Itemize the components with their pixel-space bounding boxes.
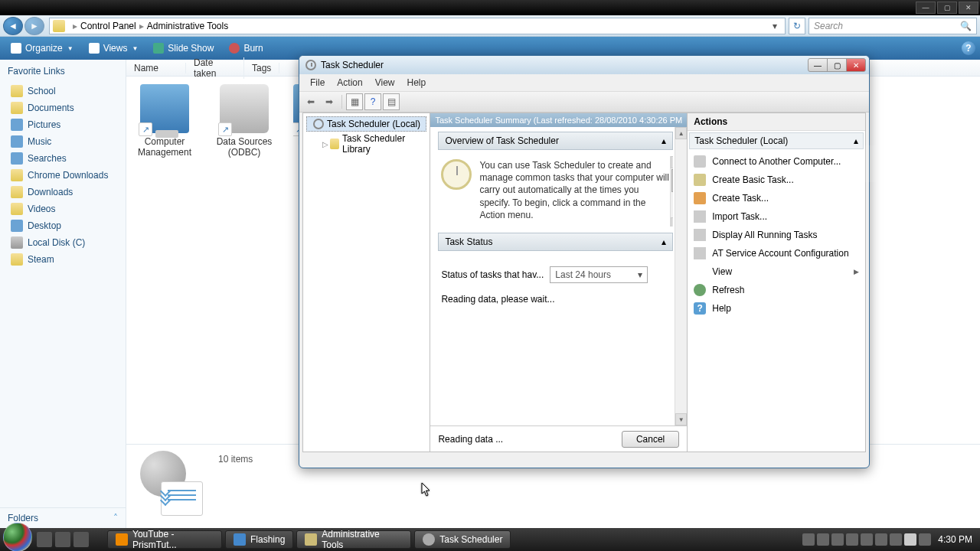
burn-button[interactable]: Burn — [223, 41, 269, 56]
breadcrumb[interactable]: ▸ Control Panel ▸ Administrative Tools ▾ — [49, 18, 786, 34]
outer-scrollbar[interactable]: ▲ ▼ — [675, 127, 687, 425]
action-create-task[interactable]: Create Task... — [689, 189, 864, 207]
expand-icon[interactable]: ▷ — [322, 140, 330, 148]
folder-icon — [11, 85, 23, 97]
col-tags[interactable]: Tags — [244, 63, 279, 73]
scroll-down-icon[interactable]: ▼ — [675, 413, 687, 425]
ts-minimize-button[interactable]: — — [808, 58, 828, 72]
scrollbar-thumb[interactable] — [671, 169, 673, 192]
overview-header[interactable]: Overview of Task Scheduler ▴ — [438, 132, 673, 150]
quicklaunch-showdesktop[interactable] — [37, 532, 52, 547]
action-import[interactable]: Import Task... — [689, 207, 864, 226]
collapse-icon[interactable]: ▴ — [662, 135, 666, 146]
fav-school[interactable]: School — [0, 83, 126, 99]
timerange-combo[interactable]: Last 24 hours ▾ — [550, 266, 648, 283]
fav-chrome-downloads[interactable]: Chrome Downloads — [0, 167, 126, 184]
ts-back-button[interactable]: ⬅ — [302, 93, 319, 110]
ts-properties-button[interactable]: ? — [364, 93, 381, 110]
fav-pictures[interactable]: Pictures — [0, 116, 126, 133]
menu-action[interactable]: Action — [331, 76, 368, 90]
close-button[interactable]: ✕ — [959, 2, 978, 14]
slideshow-button[interactable]: Slide Show — [147, 41, 220, 56]
network-icon[interactable] — [919, 533, 931, 546]
ts-titlebar[interactable]: Task Scheduler — ▢ ✕ — [299, 56, 869, 74]
col-name[interactable]: Name — [126, 63, 186, 73]
start-button[interactable] — [3, 523, 32, 551]
scroll-down-icon[interactable]: ▼ — [671, 217, 673, 227]
cancel-button[interactable]: Cancel — [622, 431, 679, 448]
folder-icon — [11, 169, 23, 181]
action-connect[interactable]: Connect to Another Computer... — [689, 152, 864, 171]
overview-text: You can use Task Scheduler to create and… — [479, 159, 670, 223]
volume-icon[interactable] — [904, 533, 916, 546]
tray-icon[interactable] — [890, 533, 902, 546]
search-input[interactable]: Search 🔍 — [808, 18, 977, 34]
quicklaunch-app[interactable] — [74, 532, 89, 547]
help-icon[interactable]: ? — [962, 41, 975, 55]
action-create-basic[interactable]: Create Basic Task... — [689, 171, 864, 189]
tray-icon[interactable] — [875, 533, 887, 546]
action-display-running[interactable]: Display All Running Tasks — [689, 226, 864, 244]
views-button[interactable]: Views ▼ — [83, 41, 145, 56]
tray-icon[interactable] — [831, 533, 844, 546]
ts-maximize-button[interactable]: ▢ — [827, 58, 847, 72]
col-date[interactable]: Date taken — [186, 57, 244, 79]
menu-help[interactable]: Help — [401, 76, 433, 90]
ts-forward-button[interactable]: ➡ — [321, 93, 338, 110]
menu-view[interactable]: View — [369, 76, 401, 90]
back-button[interactable]: ◄ — [3, 17, 23, 35]
forward-button[interactable]: ► — [24, 17, 44, 35]
music-icon — [11, 135, 23, 148]
ts-pane-button[interactable]: ▤ — [383, 93, 400, 110]
taskbar-flashing[interactable]: Flashing — [225, 530, 293, 549]
ts-body: Task Scheduler (Local) ▷ Task Scheduler … — [302, 112, 866, 452]
maximize-button[interactable]: ▢ — [937, 2, 957, 14]
actions-subtitle[interactable]: Task Scheduler (Local) ▴ — [689, 132, 864, 149]
fav-steam[interactable]: Steam — [0, 251, 126, 268]
fav-documents[interactable]: Documents — [0, 99, 126, 116]
taskbar-clock[interactable]: 4:30 PM — [938, 534, 972, 545]
ts-center: Task Scheduler Summary (Last refreshed: … — [430, 113, 688, 452]
tray-icon[interactable] — [817, 533, 829, 546]
status-header[interactable]: Task Status ▴ — [438, 233, 673, 251]
ts-close-button[interactable]: ✕ — [846, 58, 866, 72]
folder-icon — [305, 533, 317, 546]
tray-icon[interactable] — [861, 533, 873, 546]
fav-music[interactable]: Music — [0, 133, 126, 150]
organize-button[interactable]: Organize ▼ — [5, 41, 80, 56]
config-icon — [694, 247, 706, 259]
fav-local-disk[interactable]: Local Disk (C) — [0, 234, 126, 251]
tree-library[interactable]: ▷ Task Scheduler Library — [320, 132, 426, 156]
status-reading: Reading data, please wait... — [441, 294, 670, 305]
fav-desktop[interactable]: Desktop — [0, 217, 126, 234]
breadcrumb-segment[interactable]: Control Panel — [80, 21, 136, 31]
action-at-config[interactable]: AT Service Account Configuration — [689, 244, 864, 262]
fav-videos[interactable]: Videos — [0, 201, 126, 217]
minimize-button[interactable]: — — [916, 2, 936, 14]
item-data-sources[interactable]: ↗ Data Sources (ODBC) — [214, 84, 275, 158]
fav-searches[interactable]: Searches — [0, 150, 126, 167]
item-computer-management[interactable]: ↗ Computer Management — [134, 84, 195, 158]
action-view[interactable]: View▶ — [689, 262, 864, 281]
taskbar-task-scheduler[interactable]: Task Scheduler — [414, 530, 511, 549]
taskbar-admin-tools[interactable]: Administrative Tools — [296, 530, 411, 549]
task-scheduler-window: Task Scheduler — ▢ ✕ File Action View He… — [299, 55, 870, 468]
tray-icon[interactable] — [846, 533, 858, 546]
menu-file[interactable]: File — [304, 76, 331, 90]
breadcrumb-segment[interactable]: Administrative Tools — [147, 21, 229, 31]
system-tray: 4:30 PM — [802, 533, 980, 546]
dropdown-icon[interactable]: ▾ — [768, 21, 782, 31]
scroll-up-icon[interactable]: ▲ — [671, 156, 673, 168]
quicklaunch-switch[interactable] — [55, 532, 70, 547]
action-refresh[interactable]: Refresh — [689, 281, 864, 299]
action-help[interactable]: ?Help — [689, 299, 864, 318]
tray-icon[interactable] — [802, 533, 815, 546]
tree-root[interactable]: Task Scheduler (Local) — [306, 116, 426, 132]
ts-up-button[interactable]: ▦ — [346, 93, 363, 110]
taskbar-youtube[interactable]: YouTube - PrismTut... — [107, 530, 222, 549]
refresh-button[interactable]: ↻ — [789, 18, 805, 34]
collapse-icon[interactable]: ▴ — [854, 135, 858, 146]
scroll-up-icon[interactable]: ▲ — [675, 127, 687, 139]
fav-downloads[interactable]: Downloads — [0, 184, 126, 201]
collapse-icon[interactable]: ▴ — [662, 236, 666, 247]
